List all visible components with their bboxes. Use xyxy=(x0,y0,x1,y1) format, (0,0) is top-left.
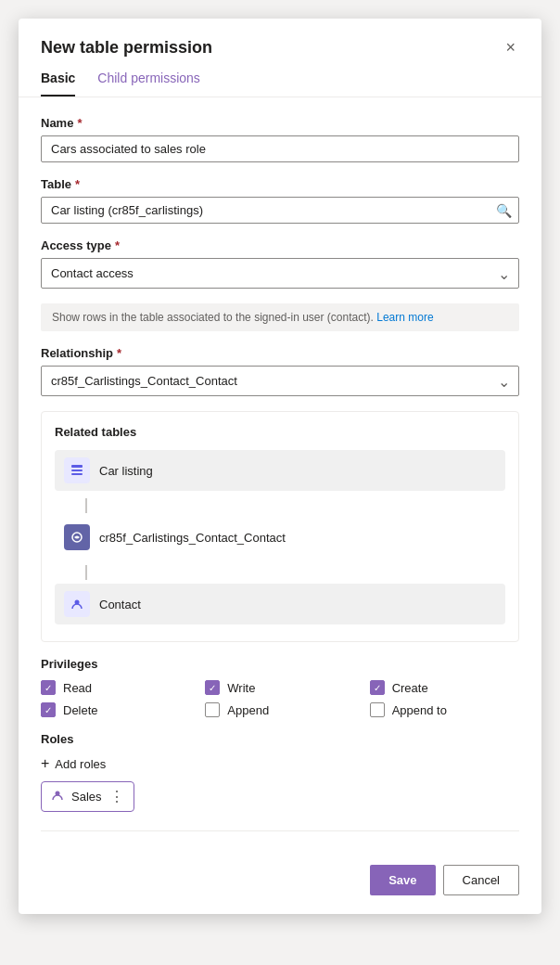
table-search-icon[interactable]: 🔍 xyxy=(496,203,512,218)
name-label: Name * xyxy=(41,116,519,130)
tabs-container: Basic Child permissions xyxy=(19,59,541,97)
modal-body: Name * Table * 🔍 Access type * Contact xyxy=(19,97,541,865)
add-roles-button[interactable]: + Add roles xyxy=(41,755,106,772)
relationship-select-wrapper: cr85f_Carlistings_Contact_Contact ⌄ xyxy=(41,366,519,396)
contact-icon xyxy=(64,591,90,617)
new-table-permission-modal: New table permission × Basic Child permi… xyxy=(19,19,541,914)
privilege-create: Create xyxy=(370,680,519,695)
name-required: * xyxy=(77,116,82,130)
table-label: Table * xyxy=(41,177,519,191)
append-label: Append xyxy=(227,703,269,717)
modal-footer: Save Cancel xyxy=(19,865,541,914)
related-table-item-relationship[interactable]: cr85f_Carlistings_Contact_Contact xyxy=(55,517,505,558)
table-search-wrapper: 🔍 xyxy=(41,197,519,224)
write-checkbox[interactable] xyxy=(205,680,220,695)
roles-section: Roles + Add roles Sales ⋮ xyxy=(41,732,519,812)
read-checkbox[interactable] xyxy=(41,680,56,695)
roles-title: Roles xyxy=(41,732,519,746)
related-table-item-car-listing[interactable]: Car listing xyxy=(55,450,505,491)
privilege-delete: Delete xyxy=(41,702,190,717)
access-type-select-wrapper: Contact access Global access Account acc… xyxy=(41,258,519,289)
related-table-item-contact[interactable]: Contact xyxy=(55,584,505,624)
related-tables-section: Related tables Car listing cr85f_Carlist… xyxy=(41,411,519,642)
access-type-select[interactable]: Contact access Global access Account acc… xyxy=(41,258,519,289)
append-checkbox[interactable] xyxy=(205,702,220,717)
footer-divider xyxy=(41,830,519,831)
access-type-label: Access type * xyxy=(41,238,519,252)
create-checkbox[interactable] xyxy=(370,680,385,695)
role-tag-sales: Sales ⋮ xyxy=(41,781,134,812)
related-tables-title: Related tables xyxy=(55,425,505,439)
append-to-label: Append to xyxy=(392,703,447,717)
cancel-button[interactable]: Cancel xyxy=(443,865,519,895)
contact-label: Contact xyxy=(99,598,141,611)
privilege-append-to: Append to xyxy=(370,702,519,717)
privileges-grid: Read Write Create Delete Append xyxy=(41,680,519,717)
modal-title: New table permission xyxy=(41,38,212,58)
create-label: Create xyxy=(392,681,428,695)
connector-line-2 xyxy=(73,561,505,584)
role-sales-label: Sales xyxy=(71,790,102,804)
relationship-icon xyxy=(64,524,90,550)
delete-checkbox[interactable] xyxy=(41,702,56,717)
name-field-group: Name * xyxy=(41,116,519,162)
access-type-info-box: Show rows in the table associated to the… xyxy=(41,303,519,331)
relationship-label: Relationship * xyxy=(41,346,519,360)
name-input[interactable] xyxy=(41,135,519,162)
write-label: Write xyxy=(227,681,255,695)
tab-child-permissions[interactable]: Child permissions xyxy=(97,71,199,96)
relationship-field-group: Relationship * cr85f_Carlistings_Contact… xyxy=(41,346,519,396)
add-roles-label: Add roles xyxy=(55,757,106,771)
svg-rect-2 xyxy=(71,473,83,475)
access-type-required: * xyxy=(115,238,120,252)
role-menu-icon[interactable]: ⋮ xyxy=(109,788,124,805)
privileges-title: Privileges xyxy=(41,657,519,671)
read-label: Read xyxy=(63,681,92,695)
user-icon xyxy=(51,789,64,804)
learn-more-link[interactable]: Learn more xyxy=(376,311,433,324)
delete-label: Delete xyxy=(63,703,98,717)
table-field-group: Table * 🔍 xyxy=(41,177,519,224)
table-input[interactable] xyxy=(41,197,519,224)
privilege-write: Write xyxy=(205,680,354,695)
modal-header: New table permission × xyxy=(19,19,541,59)
privilege-read: Read xyxy=(41,680,190,695)
plus-icon: + xyxy=(41,755,49,772)
connector-line-1 xyxy=(73,495,505,517)
relationship-label-item: cr85f_Carlistings_Contact_Contact xyxy=(99,531,286,545)
tab-basic[interactable]: Basic xyxy=(41,71,75,96)
privilege-append: Append xyxy=(205,702,354,717)
table-required: * xyxy=(75,177,80,191)
privileges-section: Privileges Read Write Create Delete xyxy=(41,657,519,717)
append-to-checkbox[interactable] xyxy=(370,702,385,717)
access-type-field-group: Access type * Contact access Global acce… xyxy=(41,238,519,289)
save-button[interactable]: Save xyxy=(370,865,435,895)
svg-rect-1 xyxy=(71,470,83,471)
relationship-required: * xyxy=(117,346,121,360)
relationship-select[interactable]: cr85f_Carlistings_Contact_Contact xyxy=(41,366,519,396)
svg-rect-0 xyxy=(71,465,83,468)
close-button[interactable]: × xyxy=(502,35,519,59)
car-listing-label: Car listing xyxy=(99,464,153,478)
table-icon xyxy=(64,457,90,483)
